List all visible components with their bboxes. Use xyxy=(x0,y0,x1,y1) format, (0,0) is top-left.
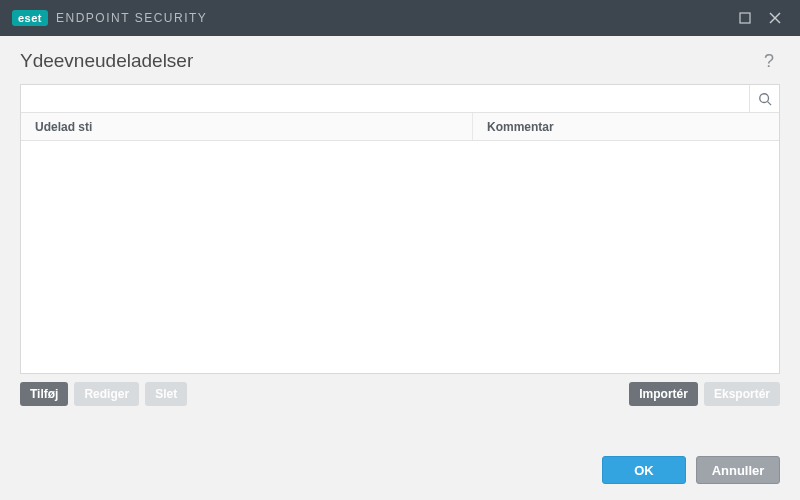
svg-rect-0 xyxy=(740,13,750,23)
help-icon: ? xyxy=(764,51,774,72)
cancel-button[interactable]: Annuller xyxy=(696,456,780,484)
search-row xyxy=(21,85,779,113)
help-button[interactable]: ? xyxy=(758,50,780,72)
import-button[interactable]: Importér xyxy=(629,382,698,406)
window-minimize-button[interactable] xyxy=(730,4,760,32)
delete-button: Slet xyxy=(145,382,187,406)
export-button: Eksportér xyxy=(704,382,780,406)
column-header-comment[interactable]: Kommentar xyxy=(473,113,779,140)
content-area: Ydeevneudeladelser ? Udelad sti Kommenta… xyxy=(0,36,800,500)
minimize-icon xyxy=(739,12,751,24)
exclusions-panel: Udelad sti Kommentar xyxy=(20,84,780,374)
brand-badge: eset xyxy=(12,10,48,26)
search-icon xyxy=(758,92,772,106)
row-actions: Tilføj Rediger Slet Importér Eksportér xyxy=(20,382,780,406)
page-header: Ydeevneudeladelser ? xyxy=(20,50,780,72)
search-button[interactable] xyxy=(749,85,779,112)
table-body[interactable] xyxy=(21,141,779,373)
column-header-path[interactable]: Udelad sti xyxy=(21,113,473,140)
close-icon xyxy=(769,12,781,24)
page-title: Ydeevneudeladelser xyxy=(20,50,193,72)
ok-button[interactable]: OK xyxy=(602,456,686,484)
dialog-footer: OK Annuller xyxy=(20,432,780,484)
search-input[interactable] xyxy=(21,85,749,112)
table-header: Udelad sti Kommentar xyxy=(21,113,779,141)
svg-line-4 xyxy=(767,101,771,105)
svg-point-3 xyxy=(759,93,768,102)
titlebar: eset ENDPOINT SECURITY xyxy=(0,0,800,36)
edit-button: Rediger xyxy=(74,382,139,406)
window-close-button[interactable] xyxy=(760,4,790,32)
brand-name: ENDPOINT SECURITY xyxy=(56,11,207,25)
add-button[interactable]: Tilføj xyxy=(20,382,68,406)
